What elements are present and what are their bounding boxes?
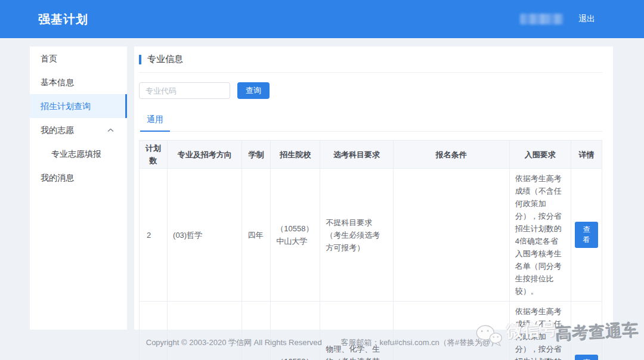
app-title: 强基计划 bbox=[38, 11, 88, 27]
cell-subjects: 不提科目要求（考生必须选考方可报考） bbox=[320, 169, 393, 302]
sidebar-item-label: 我的消息 bbox=[41, 166, 74, 190]
logout-button[interactable]: 退出 bbox=[578, 14, 595, 24]
col-duration: 学制 bbox=[242, 141, 271, 169]
chevron-up-icon bbox=[107, 128, 114, 132]
cell-major: (07)生物科学 bbox=[168, 302, 242, 360]
search-row: 查询 bbox=[139, 82, 602, 99]
cell-detail: 查看 bbox=[571, 169, 602, 302]
cell-subjects: 物理、化学、生物（考生选考其中一门即可报考） bbox=[320, 302, 393, 360]
sidebar-item-basic-info[interactable]: 基本信息 bbox=[30, 70, 127, 94]
cell-plan-count: 2 bbox=[140, 169, 168, 302]
col-detail: 详情 bbox=[571, 141, 602, 169]
table-row: 2 (03)哲学 四年 （10558）中山大学 不提科目要求（考生必须选考方可报… bbox=[140, 169, 602, 302]
cell-plan-count: 2 bbox=[140, 302, 168, 360]
sidebar-item-plan-query[interactable]: 招生计划查询 bbox=[30, 94, 127, 118]
sidebar-item-home[interactable]: 首页 bbox=[30, 46, 127, 70]
plan-table: 计划数 专业及招考方向 学制 招生院校 选考科目要求 报名条件 入围要求 详情 … bbox=[139, 140, 602, 360]
cell-duration: 四年 bbox=[242, 302, 271, 360]
sidebar-item-label: 基本信息 bbox=[41, 70, 74, 94]
sidebar-item-label: 我的志愿 bbox=[41, 118, 74, 142]
cell-college: （10558）中山大学 bbox=[271, 169, 320, 302]
username-blurred bbox=[520, 14, 563, 24]
cell-duration: 四年 bbox=[242, 169, 271, 302]
table-row: 2 (07)生物科学 四年 （10558）中山大学 物理、化学、生物（考生选考其… bbox=[140, 302, 602, 360]
section-accent-bar bbox=[139, 55, 141, 64]
col-conditions: 报名条件 bbox=[393, 141, 509, 169]
cell-qualification: 依据考生高考成绩（不含任何政策加分），按分省招生计划数的4倍确定各省入围考核考生… bbox=[509, 169, 571, 302]
view-button[interactable]: 查看 bbox=[575, 355, 598, 360]
cell-conditions bbox=[393, 169, 509, 302]
view-button[interactable]: 查看 bbox=[575, 222, 598, 248]
section-header: 专业信息 bbox=[139, 46, 602, 73]
cell-detail: 查看 bbox=[571, 302, 602, 360]
tab-bar: 通用 bbox=[139, 112, 602, 132]
header-right: 退出 bbox=[520, 14, 595, 24]
col-qualification: 入围要求 bbox=[509, 141, 571, 169]
sidebar-item-label: 招生计划查询 bbox=[41, 94, 91, 118]
col-major: 专业及招考方向 bbox=[168, 141, 242, 169]
cell-conditions bbox=[393, 302, 509, 360]
col-college: 招生院校 bbox=[271, 141, 320, 169]
app-header: 强基计划 退出 bbox=[0, 0, 644, 38]
major-code-input[interactable] bbox=[139, 82, 230, 99]
page-title: 专业信息 bbox=[147, 54, 183, 65]
footer: Copyright © 2003-2020 学信网 All Rights Res… bbox=[0, 337, 644, 348]
sidebar-item-my-messages[interactable]: 我的消息 bbox=[30, 166, 127, 190]
query-button[interactable]: 查询 bbox=[237, 82, 270, 99]
sidebar-item-label: 专业志愿填报 bbox=[51, 142, 101, 166]
cell-qualification: 依据考生高考成绩（不含任何政策加分），按分省招生计划数的4倍确定各省入围考核考生… bbox=[509, 302, 571, 360]
sidebar: 首页 基本信息 招生计划查询 我的志愿 专业志愿填报 我的消息 bbox=[30, 46, 127, 330]
cell-major: (03)哲学 bbox=[168, 169, 242, 302]
sidebar-item-major-preference-fill[interactable]: 专业志愿填报 bbox=[30, 142, 127, 166]
main-panel: 专业信息 查询 通用 计划数 专业及招考方向 学制 招生院校 选考科目要求 报名… bbox=[134, 46, 613, 330]
tab-general[interactable]: 通用 bbox=[140, 112, 170, 132]
copyright-text: Copyright © 2003-2020 学信网 All Rights Res… bbox=[146, 338, 322, 347]
col-plan-count: 计划数 bbox=[140, 141, 168, 169]
cell-college: （10558）中山大学 bbox=[271, 302, 320, 360]
sidebar-item-label: 首页 bbox=[41, 46, 57, 70]
table-header-row: 计划数 专业及招考方向 学制 招生院校 选考科目要求 报名条件 入围要求 详情 bbox=[140, 141, 602, 169]
col-subjects: 选考科目要求 bbox=[320, 141, 393, 169]
sidebar-item-my-preferences[interactable]: 我的志愿 bbox=[30, 118, 127, 142]
support-email-text: 客服邮箱：kefu#chsi.com.cn（将#替换为@） bbox=[340, 338, 498, 347]
